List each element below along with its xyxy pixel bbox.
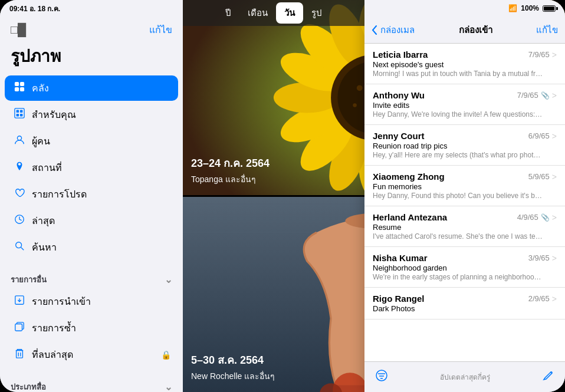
mail-compose-icon[interactable] (541, 369, 554, 385)
tab-month[interactable]: เดือน (239, 2, 276, 24)
mail-back-button[interactable]: กล่องเมล (372, 23, 415, 37)
mail-subject-5: Resume (373, 223, 557, 232)
svg-rect-7 (17, 114, 19, 117)
photos-tab-bar: ปี เดือน วัน รูป (183, 0, 364, 26)
sidebar-edit-button[interactable]: แก้ไข (149, 22, 172, 37)
duplicates-icon (13, 321, 26, 335)
mail-preview-4: Hey Danny, Found this photo! Can you bel… (373, 192, 544, 200)
mail-item-4[interactable]: Xiaomeng Zhong 5/9/65 > Fun memories Hey… (364, 166, 565, 206)
mail-edit-button[interactable]: แก้ไข (536, 23, 558, 37)
other-section-label: รายการอื่น (11, 274, 47, 286)
svg-rect-1 (20, 82, 24, 86)
recent-icon (13, 214, 26, 228)
other-section-chevron-icon: ⌄ (165, 274, 172, 285)
mail-filter-icon[interactable] (375, 369, 388, 385)
sidebar-item-people[interactable]: ผู้คน (5, 129, 178, 154)
photo-vase-date: 5–30 ส.ค. 2564 (191, 351, 275, 368)
svg-rect-2 (15, 87, 19, 91)
places-icon (13, 161, 26, 174)
mail-preview-5: I've attached Carol's resume. She's the … (373, 232, 544, 241)
tab-day[interactable]: วัน (276, 2, 303, 24)
svg-rect-15 (15, 324, 22, 331)
favorites-icon (13, 187, 26, 201)
photo-flower-date: 23–24 ก.ค. 2564 (191, 154, 270, 172)
mail-sender-1: Leticia Ibarra (373, 50, 428, 60)
mail-date-5: 4/9/65 📎 > (517, 213, 557, 222)
attachment-icon-5: 📎 (541, 213, 550, 222)
svg-rect-4 (15, 108, 24, 118)
sidebar-item-imports[interactable]: รายการนำเข้า (5, 289, 178, 314)
mail-item-5[interactable]: Herland Antezana 4/9/65 📎 > Resume I've … (364, 206, 565, 247)
sidebar-item-places[interactable]: สถานที่ (5, 155, 178, 180)
svg-rect-3 (20, 87, 24, 91)
mail-sender-3: Jenny Court (373, 131, 425, 141)
svg-rect-0 (15, 82, 19, 86)
tab-inbox[interactable]: กล่องเข้า (459, 21, 492, 39)
sidebar-item-library[interactable]: คลัง (5, 75, 178, 101)
attachment-icon-2: 📎 (541, 91, 550, 100)
media-section-header[interactable]: ประเภทสื่อ ⌄ (0, 375, 183, 392)
mail-panel: กล่องเมล กล่องเข้า แก้ไข Leticia Ibarra … (364, 0, 565, 392)
sidebar-item-recent[interactable]: ล่าสุด (5, 208, 178, 233)
mail-tabs: กล่องเข้า (419, 21, 531, 39)
mail-subject-2: Invite edits (373, 101, 557, 110)
svg-point-44 (357, 85, 363, 91)
mail-item-2[interactable]: Anthony Wu 7/9/65 📎 > Invite edits Hey D… (364, 84, 565, 125)
mail-preview-3: Hey, y'all! Here are my selects (that's … (373, 151, 544, 159)
foryou-icon (13, 108, 26, 121)
sidebar-item-duplicates[interactable]: รายการซ้ำ (5, 315, 178, 341)
svg-line-12 (21, 248, 24, 251)
mail-item-3[interactable]: Jenny Court 6/9/65 > Reunion road trip p… (364, 125, 565, 166)
mail-sender-6: Nisha Kumar (373, 253, 428, 263)
other-section-header[interactable]: รายการอื่น ⌄ (0, 268, 183, 288)
ipad-frame: 09:41 อ. 18 ก.ค. 📶 100% □█ แก้ไข รูปภาพ (0, 0, 565, 392)
mail-chevron-4: > (552, 172, 557, 182)
sidebar-foryou-label: สำหรับคุณ (32, 107, 171, 122)
mail-panel-header: กล่องเมล กล่องเข้า แก้ไข (364, 0, 565, 44)
mail-sender-2: Anthony Wu (373, 90, 425, 100)
sidebar-item-search[interactable]: ค้นหา (5, 235, 178, 260)
media-section-label: ประเภทสื่อ (11, 381, 46, 392)
sidebar-item-favorites[interactable]: รายการโปรด (5, 182, 178, 207)
mail-chevron-5: > (552, 213, 557, 222)
sidebar-recent-label: ล่าสุด (32, 213, 171, 228)
mail-date-1: 7/9/65 > (528, 50, 557, 60)
mail-chevron-1: > (552, 50, 557, 60)
mail-item-6[interactable]: Nisha Kumar 3/9/65 > Neighborhood garden… (364, 247, 565, 288)
mail-sender-4: Xiaomeng Zhong (373, 172, 445, 182)
mail-preview-1: Morning! I was put in touch with Tania b… (373, 70, 544, 78)
mail-item-7[interactable]: Rigo Rangel 2/9/65 > Dark Photos (364, 288, 565, 319)
sidebar-toggle-icon[interactable]: □█ (11, 23, 26, 37)
media-section-chevron-icon: ⌄ (165, 381, 172, 392)
imports-icon (13, 295, 26, 308)
svg-rect-5 (17, 110, 19, 113)
mail-chevron-7: > (552, 294, 557, 304)
mail-sender-5: Herland Antezana (373, 212, 447, 222)
svg-point-11 (16, 242, 22, 248)
mail-chevron-2: > (552, 91, 557, 100)
mail-subject-7: Dark Photos (373, 304, 557, 313)
sidebar-item-recently-deleted[interactable]: ที่ลบล่าสุด 🔒 (5, 342, 178, 367)
search-icon (13, 241, 26, 254)
photo-vase-label: 5–30 ส.ค. 2564 New Rochelle และอื่นๆ (183, 342, 283, 392)
svg-point-48 (353, 103, 356, 107)
sidebar-title: รูปภาพ (0, 41, 183, 75)
sidebar-imports-label: รายการนำเข้า (32, 294, 171, 309)
mail-item-1[interactable]: Leticia Ibarra 7/9/65 > Next episode's g… (364, 44, 565, 84)
trash-icon (13, 348, 26, 361)
photo-flower-location: Topanga และอื่นๆ (191, 173, 270, 186)
sidebar: □█ แก้ไข รูปภาพ คลัง สำหรับคุณ (0, 0, 183, 392)
mail-sender-7: Rigo Rangel (373, 294, 425, 304)
sidebar-places-label: สถานที่ (32, 160, 171, 175)
mail-preview-2: Hey Danny, We're loving the invite! A fe… (373, 110, 544, 118)
people-icon (13, 134, 26, 148)
sidebar-people-label: ผู้คน (32, 134, 171, 149)
lock-icon: 🔒 (161, 350, 171, 360)
mail-chevron-6: > (552, 253, 557, 263)
svg-rect-6 (20, 110, 23, 113)
photo-flower-label: 23–24 ก.ค. 2564 Topanga และอื่นๆ (183, 145, 278, 195)
photo-vase-location: New Rochelle และอื่นๆ (191, 370, 275, 383)
tab-all[interactable]: รูป (303, 2, 330, 24)
tab-year[interactable]: ปี (217, 2, 239, 24)
sidebar-item-foryou[interactable]: สำหรับคุณ (5, 102, 178, 127)
